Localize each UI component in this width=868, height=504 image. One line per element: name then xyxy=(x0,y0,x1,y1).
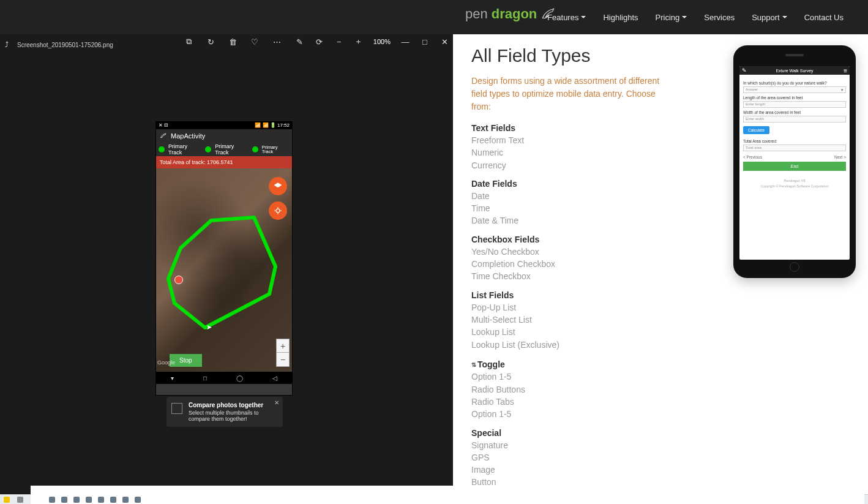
legend-label: Primary Track xyxy=(168,143,201,156)
nav-label: Pricing xyxy=(656,13,680,22)
group-heading-text: Text Fields xyxy=(471,123,515,133)
nav-overview-icon[interactable]: □ xyxy=(203,375,207,382)
group-heading: Text Fields xyxy=(471,123,715,133)
favorite-icon[interactable]: ♡ xyxy=(250,37,260,47)
zoom-out-icon[interactable]: − xyxy=(334,37,344,47)
app-logo-icon xyxy=(160,132,167,140)
end-button[interactable]: End xyxy=(743,162,846,171)
taskbar-item[interactable] xyxy=(4,497,10,503)
nav-highlights[interactable]: Highlights xyxy=(603,13,638,22)
zoom-control: + − xyxy=(276,339,290,367)
nav-services[interactable]: Services xyxy=(704,13,735,22)
mock-dropdown[interactable]: Answer▾ xyxy=(743,86,846,93)
nav-pricing[interactable]: Pricing xyxy=(656,13,687,22)
tray-icon[interactable] xyxy=(49,497,55,503)
minimize-icon[interactable]: — xyxy=(400,37,410,47)
field-type-item: Numeric xyxy=(471,146,715,159)
tray-icon[interactable] xyxy=(135,497,141,503)
app-title: MapActivity xyxy=(171,132,205,140)
delete-icon[interactable]: 🗑 xyxy=(228,37,238,47)
location-marker-icon xyxy=(174,276,183,284)
mock-menu-icon[interactable]: ≡ xyxy=(844,67,847,74)
svg-point-1 xyxy=(276,209,280,213)
field-type-item: GPS xyxy=(471,451,715,464)
edit-icon[interactable]: ✎ xyxy=(295,37,305,47)
nav-label: Support xyxy=(752,13,780,22)
crosshair-icon xyxy=(274,206,282,215)
tray-icon[interactable] xyxy=(122,497,129,503)
field-type-group: SpecialSignatureGPSImageButton xyxy=(471,428,715,489)
nav-back-icon[interactable]: ◁ xyxy=(272,375,277,382)
group-heading-text: Toggle xyxy=(477,359,505,369)
brand-logo[interactable]: pendragon xyxy=(465,6,556,22)
group-heading: Date Fields xyxy=(471,179,715,189)
layers-button[interactable] xyxy=(269,177,287,195)
group-heading-text: Checkbox Fields xyxy=(471,235,539,244)
field-type-item: Date & Time xyxy=(471,214,715,227)
field-type-item: Freeform Text xyxy=(471,134,715,146)
chevron-down-icon: ▾ xyxy=(841,88,844,92)
tray-icon[interactable] xyxy=(98,497,104,503)
tray-icon[interactable] xyxy=(110,497,116,503)
nav-recents-icon[interactable]: ▾ xyxy=(171,375,174,382)
group-heading-text: Special xyxy=(471,428,501,438)
nav-contact[interactable]: Contact Us xyxy=(804,13,844,22)
zoom-level: 100% xyxy=(373,38,391,45)
nav-support[interactable]: Support xyxy=(752,13,787,22)
mock-q3: Width of the area covered in feet xyxy=(743,110,846,115)
taskbar-item[interactable] xyxy=(17,497,23,503)
map-zoom-in[interactable]: + xyxy=(277,339,289,353)
locate-button[interactable] xyxy=(269,201,287,220)
zoom-in-icon[interactable]: ＋ xyxy=(354,37,364,47)
legend-label: Primary Track xyxy=(215,143,248,156)
prev-link[interactable]: < Previous xyxy=(743,155,762,159)
group-heading-text: Date Fields xyxy=(471,179,517,189)
next-link[interactable]: Next > xyxy=(834,155,846,159)
tray-icon[interactable] xyxy=(61,497,67,503)
field-type-item: Lookup List xyxy=(471,326,715,338)
slideshow-icon[interactable]: ↻ xyxy=(206,37,215,47)
nav-label: Services xyxy=(704,13,735,22)
field-type-item: Currency xyxy=(471,159,715,171)
more-icon[interactable]: ⋯ xyxy=(272,37,282,47)
phone-mock-screen: ✎ Exture Walk Survey ≡ In which suburb(s… xyxy=(739,66,850,260)
nav-label: Highlights xyxy=(603,13,638,22)
maximize-icon[interactable]: □ xyxy=(420,37,430,47)
compare-close-icon[interactable]: ✕ xyxy=(274,399,279,406)
tray-icon[interactable] xyxy=(86,497,92,503)
tray-icon[interactable] xyxy=(73,497,80,503)
mock-app-bar: ✎ Exture Walk Survey ≡ xyxy=(739,66,850,75)
field-type-group: Text FieldsFreeform TextNumericCurrency xyxy=(471,123,715,171)
field-type-item: Radio Tabs xyxy=(471,396,715,408)
layers-icon xyxy=(274,182,282,190)
field-type-group: Date FieldsDateTimeDate & Time xyxy=(471,179,715,227)
close-icon[interactable]: ✕ xyxy=(440,37,449,47)
field-type-group: Checkbox FieldsYes/No CheckboxCompletion… xyxy=(471,235,715,283)
map-canvas[interactable]: + − Stop Google ➤ xyxy=(156,168,292,372)
rotate-icon[interactable]: ⟳ xyxy=(315,37,324,47)
mock-output-area: Total area xyxy=(743,145,846,151)
compare-thumb-icon xyxy=(171,403,182,414)
area-text: Total Area of track: 1706.5741 xyxy=(160,159,233,165)
field-type-item: Signature xyxy=(471,439,715,451)
mock-form: In which suburb(s) do you do your nature… xyxy=(739,75,850,193)
track-legend: Primary Track Primary Track Primary Trac… xyxy=(156,143,292,156)
status-right: 📶 📶 🔋 17:52 xyxy=(255,122,290,129)
nav-home-icon[interactable]: ◯ xyxy=(236,375,243,382)
compare-tooltip: Compare photos together Select multiple … xyxy=(166,397,283,427)
nav-label: Contact Us xyxy=(804,13,844,22)
mock-input-width[interactable]: Enter width xyxy=(743,116,846,122)
viewer-back-icon[interactable]: ⤴ xyxy=(5,40,9,49)
calculate-button[interactable]: Calculate xyxy=(743,126,769,134)
map-zoom-out[interactable]: − xyxy=(277,353,289,366)
phone-mockup: ✎ Exture Walk Survey ≡ In which suburb(s… xyxy=(733,45,856,278)
android-nav-bar: ▾ □ ◯ ◁ xyxy=(156,372,292,384)
field-type-item: Pop-Up List xyxy=(471,301,715,314)
legend-dot-icon xyxy=(159,146,165,152)
group-heading: Checkbox Fields xyxy=(471,235,715,244)
compare-icon[interactable]: ⧉ xyxy=(184,37,193,47)
mock-input-length[interactable]: Enter length xyxy=(743,101,846,108)
google-attribution: Google xyxy=(157,359,175,366)
group-heading: ⇅Toggle xyxy=(471,359,505,369)
area-bar: Total Area of track: 1706.5741 xyxy=(156,156,292,168)
